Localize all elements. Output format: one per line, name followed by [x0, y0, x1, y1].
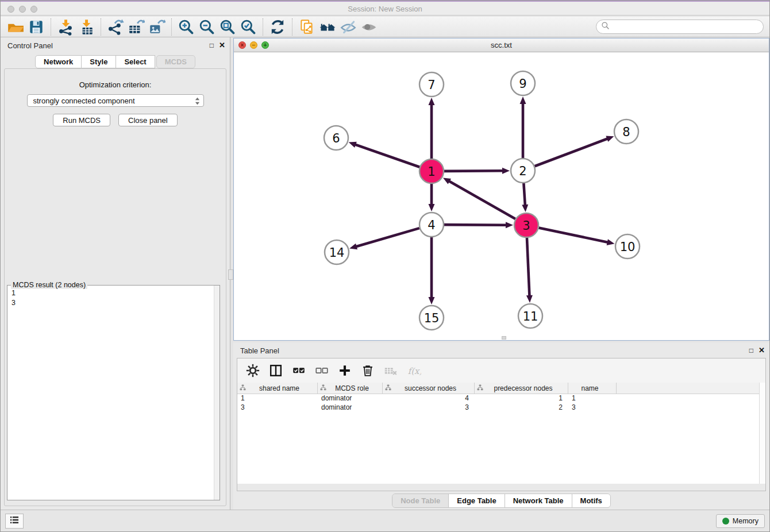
- network-window-title: scc.txt: [234, 41, 769, 49]
- panel-splitter-handle[interactable]: [228, 269, 233, 280]
- table-cell[interactable]: 3: [383, 403, 475, 413]
- edge-2-3[interactable]: [523, 183, 525, 206]
- tab-edge-table[interactable]: Edge Table: [448, 494, 504, 507]
- edge-2-8[interactable]: [535, 138, 609, 166]
- float-table-panel-icon[interactable]: □: [749, 346, 753, 354]
- network-graph[interactable]: 7968124314101511: [234, 52, 770, 340]
- table-cell[interactable]: 2: [475, 403, 568, 413]
- table-scrollbar[interactable]: [759, 383, 765, 484]
- close-panel-icon[interactable]: ✕: [219, 41, 225, 49]
- edge-1-6[interactable]: [355, 144, 419, 167]
- table-cell[interactable]: 4: [383, 394, 475, 403]
- column-header-predecessor-nodes[interactable]: predecessor nodes: [475, 383, 568, 394]
- export-network-icon[interactable]: [105, 18, 126, 36]
- criterion-dropdown[interactable]: strongly connected component: [27, 94, 204, 107]
- import-network-icon[interactable]: [55, 18, 76, 36]
- table-delete-icon: [383, 363, 398, 379]
- table-cell[interactable]: 3: [568, 403, 617, 413]
- fx-icon: f(x): [406, 363, 421, 379]
- column-header-MCDS-role[interactable]: MCDS role: [318, 383, 383, 394]
- gear-icon[interactable]: [245, 363, 260, 379]
- node-table[interactable]: shared nameMCDS rolesuccessor nodesprede…: [237, 383, 765, 484]
- close-panel-button[interactable]: Close panel: [118, 114, 178, 126]
- export-table-icon[interactable]: [126, 18, 147, 36]
- node-label-1: 1: [428, 165, 435, 179]
- edge-3-10[interactable]: [539, 228, 609, 242]
- search-input[interactable]: [613, 21, 763, 33]
- tab-motifs[interactable]: Motifs: [572, 494, 610, 507]
- node-label-11: 11: [523, 310, 538, 323]
- edge-4-3[interactable]: [444, 225, 507, 225]
- zoom-selected-icon[interactable]: [238, 18, 259, 36]
- table-row[interactable]: 1dominator411: [237, 394, 765, 403]
- node-label-4: 4: [428, 218, 435, 232]
- edge-4-14[interactable]: [356, 228, 419, 246]
- run-mcds-button[interactable]: Run MCDS: [53, 114, 110, 126]
- table-cell[interactable]: 1: [568, 394, 617, 403]
- list-icon: [8, 514, 21, 529]
- eye-icon[interactable]: [359, 18, 379, 36]
- edge-arrowhead: [526, 295, 533, 303]
- table-row[interactable]: 3dominator323: [237, 403, 765, 413]
- close-table-panel-icon[interactable]: ✕: [759, 346, 765, 354]
- tab-mcds[interactable]: MCDS: [156, 55, 195, 68]
- float-panel-icon[interactable]: □: [210, 41, 214, 49]
- svg-text:f(x): f(x): [408, 366, 421, 376]
- zoom-in-icon[interactable]: [176, 18, 197, 36]
- column-header-shared-name[interactable]: shared name: [237, 383, 318, 394]
- node-label-14: 14: [329, 246, 345, 260]
- tab-style[interactable]: Style: [82, 55, 116, 68]
- hierarchy-icon: [477, 384, 483, 392]
- table-cell[interactable]: dominator: [318, 403, 383, 413]
- select-all-icon[interactable]: [291, 363, 306, 379]
- table-cell[interactable]: 1: [237, 394, 318, 403]
- plus-icon[interactable]: [337, 363, 352, 379]
- save-session-icon[interactable]: [26, 18, 47, 36]
- memory-status-icon: [722, 518, 729, 525]
- edge-arrowhead: [429, 204, 435, 211]
- network-canvas[interactable]: 7968124314101511: [234, 52, 769, 340]
- open-session-icon[interactable]: [5, 18, 26, 36]
- table-cell[interactable]: 1: [475, 394, 568, 403]
- search-box[interactable]: [596, 20, 764, 34]
- edge-arrowhead: [606, 136, 614, 142]
- network-window: × − + scc.txt 7968124314101511: [233, 38, 769, 341]
- import-table-icon[interactable]: [76, 18, 97, 36]
- table-tabs: Node TableEdge TableNetwork TableMotifs: [233, 494, 769, 508]
- edge-arrowhead: [502, 168, 510, 174]
- eye-slash-icon[interactable]: [338, 18, 359, 36]
- column-header-successor-nodes[interactable]: successor nodes: [383, 383, 475, 394]
- houses-icon[interactable]: [317, 18, 338, 36]
- refresh-icon[interactable]: [267, 18, 288, 36]
- table-cell[interactable]: 3: [237, 403, 318, 413]
- tab-select[interactable]: Select: [116, 55, 155, 68]
- network-window-titlebar[interactable]: × − + scc.txt: [234, 38, 769, 52]
- column-header-name[interactable]: name: [568, 383, 617, 394]
- tab-node-table[interactable]: Node Table: [392, 494, 448, 507]
- mcds-result-list[interactable]: 13: [7, 286, 220, 311]
- edge-3-1[interactable]: [449, 181, 515, 219]
- column-layout-icon[interactable]: [268, 363, 283, 379]
- tab-network-table[interactable]: Network Table: [505, 494, 572, 507]
- deselect-all-icon[interactable]: [314, 363, 329, 379]
- toolbar-separator: [292, 18, 292, 36]
- zoom-fit-icon[interactable]: [217, 18, 238, 36]
- table-cell[interactable]: dominator: [318, 394, 383, 403]
- node-label-2: 2: [519, 164, 526, 178]
- memory-button[interactable]: Memory: [716, 514, 765, 528]
- task-history-button[interactable]: [5, 514, 24, 529]
- edge-arrowhead: [429, 98, 435, 105]
- tab-network[interactable]: Network: [35, 55, 82, 68]
- control-panel-tabs: NetworkStyleSelectMCDS: [1, 55, 230, 68]
- export-image-icon[interactable]: [147, 18, 167, 36]
- zoom-out-icon[interactable]: [197, 18, 217, 36]
- file-share-icon[interactable]: [297, 18, 317, 36]
- canvas-resize-handle[interactable]: [502, 336, 506, 340]
- result-scrollbar[interactable]: [214, 286, 220, 500]
- edge-3-11[interactable]: [527, 238, 530, 296]
- toolbar-separator: [51, 18, 51, 36]
- trash-icon[interactable]: [360, 363, 375, 379]
- status-bar: Memory: [1, 510, 769, 531]
- edge-1-2[interactable]: [444, 171, 503, 171]
- mcds-result-node: 1: [11, 288, 215, 298]
